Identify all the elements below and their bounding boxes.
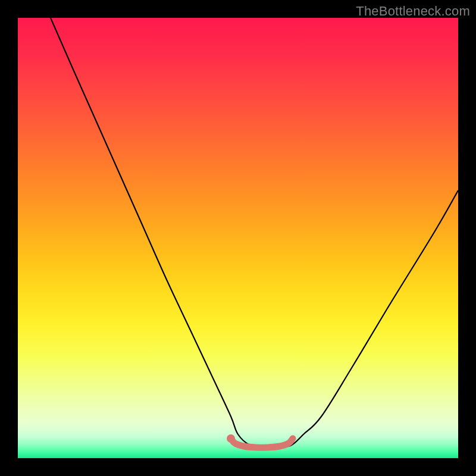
gradient-plot-area [18,18,458,458]
bottleneck-curve-path [51,18,458,448]
chart-svg [18,18,458,458]
attribution-text: TheBottleneck.com [356,4,470,19]
chart-stage: TheBottleneck.com [0,0,476,476]
valley-marker-dot [227,434,235,443]
valley-marker-path [231,439,293,447]
